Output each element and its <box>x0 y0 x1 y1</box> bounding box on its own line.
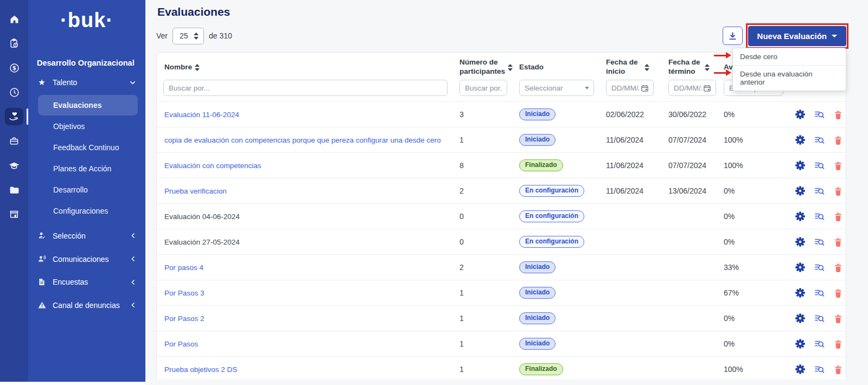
end-date-filter[interactable]: DD/MM/AAAA <box>668 80 716 96</box>
sidebar-group-canal-de-denuncias[interactable]: Canal de denuncias <box>28 293 145 317</box>
settings-gear-icon[interactable] <box>795 135 805 145</box>
sidebar-item-planes-de-accion[interactable]: Planes de Acción <box>38 158 138 179</box>
column-header-fecha-termino[interactable]: Fecha de término <box>664 58 719 76</box>
participants-count: 1 <box>455 136 515 144</box>
status-badge: En configuración <box>519 210 584 222</box>
end-date: 13/06/2024 <box>664 187 719 195</box>
column-header-participantes[interactable]: Número de participantes <box>455 58 515 76</box>
sort-icon[interactable] <box>644 64 649 71</box>
review-list-search-icon[interactable] <box>814 288 825 298</box>
settings-gear-icon[interactable] <box>795 288 805 298</box>
review-list-search-icon[interactable] <box>814 186 825 196</box>
name-filter-input[interactable] <box>163 80 448 96</box>
column-header-estado[interactable]: Estado <box>515 63 602 72</box>
evaluation-name-link[interactable]: Prueba verificacion <box>164 187 227 195</box>
delete-trash-icon[interactable] <box>834 212 843 221</box>
settings-gear-icon[interactable] <box>795 186 805 196</box>
delete-trash-icon[interactable] <box>834 110 843 119</box>
sort-icon[interactable] <box>195 64 200 71</box>
sidebar-item-configuraciones[interactable]: Configuraciones <box>38 201 138 221</box>
column-header-fecha-inicio[interactable]: Fecha de inicio <box>602 58 664 76</box>
rail-item-marketplace[interactable] <box>0 204 28 224</box>
review-list-search-icon[interactable] <box>814 237 825 247</box>
annotation-arrow <box>714 52 731 59</box>
start-date-filter[interactable]: DD/MM/AAAA <box>606 80 654 96</box>
delete-trash-icon[interactable] <box>834 161 843 170</box>
sidebar-group-label: Canal de denuncias <box>53 301 120 310</box>
sidebar-item-desarrollo[interactable]: Desarrollo <box>38 179 138 200</box>
rail-item-training[interactable] <box>0 155 28 176</box>
review-list-search-icon[interactable] <box>814 262 825 272</box>
rail-item-time[interactable] <box>0 82 28 102</box>
evaluation-name-link[interactable]: Por pasos 4 <box>164 264 203 272</box>
delete-trash-icon[interactable] <box>834 339 843 349</box>
progress-value: 0% <box>719 212 784 221</box>
settings-gear-icon[interactable] <box>795 313 805 323</box>
sidebar: ·buk· Desarrollo Organizacional ★ Talent… <box>28 0 145 382</box>
status-filter-select[interactable]: Seleccionar <box>519 80 594 96</box>
sort-icon[interactable] <box>508 64 513 71</box>
evaluation-name-link[interactable]: Por Pasos 3 <box>164 289 205 297</box>
settings-gear-icon[interactable] <box>795 211 805 221</box>
rail-item-benefits[interactable] <box>0 131 28 151</box>
review-list-search-icon[interactable] <box>814 313 825 323</box>
delete-trash-icon[interactable] <box>834 288 843 298</box>
delete-trash-icon[interactable] <box>834 365 843 374</box>
delete-trash-icon[interactable] <box>834 187 843 196</box>
participants-filter-input[interactable] <box>459 80 507 96</box>
evaluation-name-link[interactable]: Evaluación con competencias <box>164 162 261 170</box>
rail-item-payroll[interactable]: $ <box>0 57 28 78</box>
toolbar: Ver 25 de 310 Nueva Evaluación <box>156 25 846 46</box>
review-list-search-icon[interactable] <box>814 110 825 119</box>
delete-trash-icon[interactable] <box>834 263 843 272</box>
sidebar-group-seleccion[interactable]: Selección <box>28 224 145 247</box>
review-list-search-icon[interactable] <box>814 135 825 145</box>
evaluation-name-link[interactable]: Prueba objetivos 2 DS <box>164 365 237 374</box>
table-row: Evaluación 27-05-2024 0 En configuración… <box>157 229 846 254</box>
svg-text:$: $ <box>12 65 16 71</box>
review-list-search-icon[interactable] <box>814 339 825 349</box>
sidebar-group-comunicaciones[interactable]: Comunicaciones <box>28 247 145 271</box>
menu-item-desde-evaluacion-anterior[interactable]: Desde una evaluación anterior <box>733 65 846 91</box>
rail-item-home[interactable] <box>0 9 28 29</box>
buk-logo: ·buk· <box>28 0 145 42</box>
menu-item-desde-cero[interactable]: Desde cero <box>733 48 846 65</box>
table-row: Por Pasos 1 Iniciado 0% <box>157 331 846 356</box>
sort-icon[interactable] <box>705 64 710 71</box>
table-row: Por Pasos 3 1 Iniciado 67% <box>157 280 846 305</box>
settings-gear-icon[interactable] <box>795 364 805 374</box>
review-list-search-icon[interactable] <box>814 211 825 221</box>
end-date: 07/07/2024 <box>664 161 719 170</box>
delete-trash-icon[interactable] <box>834 238 843 247</box>
page-size-select[interactable]: 25 <box>173 28 204 44</box>
sidebar-group-talento[interactable]: ★ Talento <box>28 70 145 94</box>
delete-trash-icon[interactable] <box>834 314 843 323</box>
settings-gear-icon[interactable] <box>795 161 805 170</box>
sidebar-item-objetivos[interactable]: Objetivos <box>38 116 138 137</box>
evaluation-name-link[interactable]: Por Pasos <box>164 340 198 348</box>
evaluation-name-link[interactable]: Evaluación 11-06-2024 <box>164 111 239 119</box>
evaluation-name-link[interactable]: Evaluación 27-05-2024 <box>164 238 240 246</box>
download-button[interactable] <box>723 27 743 45</box>
review-list-search-icon[interactable] <box>814 364 825 374</box>
settings-gear-icon[interactable] <box>795 110 805 119</box>
sidebar-item-feedback-continuo[interactable]: Feedback Continuo <box>38 137 138 158</box>
rail-item-onboarding[interactable] <box>0 33 28 54</box>
new-evaluation-button[interactable]: Nueva Evaluación <box>748 26 846 46</box>
evaluation-name-link[interactable]: copia de evaluación con competencias por… <box>164 136 441 144</box>
rail-item-documents[interactable] <box>0 179 28 200</box>
sidebar-group-encuestas[interactable]: Encuestas <box>28 271 145 293</box>
sidebar-item-evaluaciones[interactable]: Evaluaciones <box>38 95 138 116</box>
review-list-search-icon[interactable] <box>814 161 825 170</box>
column-header-nombre[interactable]: Nombre <box>157 63 455 72</box>
rail-item-talent[interactable] <box>0 106 28 127</box>
status-badge: Finalizado <box>519 363 563 375</box>
evaluation-name-link[interactable]: Por Pasos 2 <box>164 315 205 323</box>
delete-trash-icon[interactable] <box>834 136 843 145</box>
settings-gear-icon[interactable] <box>795 262 805 272</box>
progress-value: 33% <box>719 263 784 272</box>
evaluation-name-link[interactable]: Evaluación 04-06-2024 <box>164 213 240 221</box>
settings-gear-icon[interactable] <box>795 339 805 349</box>
settings-gear-icon[interactable] <box>795 237 805 247</box>
status-badge: Iniciado <box>519 338 556 350</box>
